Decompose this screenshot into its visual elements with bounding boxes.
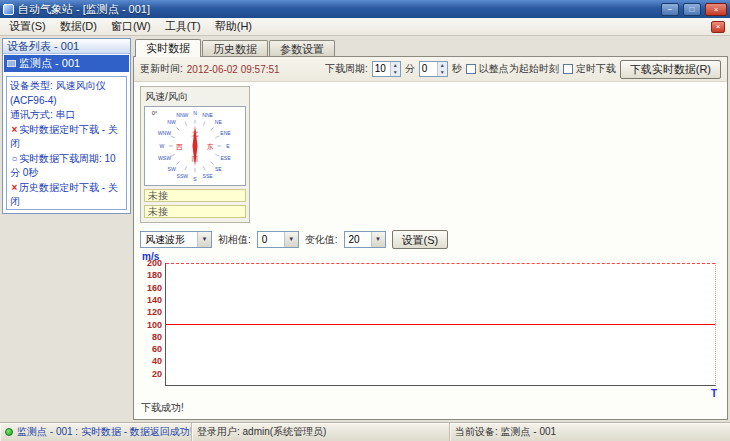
chevron-down-icon[interactable]: ▼	[197, 232, 211, 247]
y-tick-label: 80	[152, 332, 162, 342]
seconds-unit-label: 秒	[452, 62, 462, 76]
menu-bar: 设置(S) 数据(D) 窗口(W) 工具(T) 帮助(H) ×	[0, 18, 730, 36]
device-info-box: 设备类型: 风速风向仪 (ACF96-4) 通讯方式: 串口 ×实时数据定时下载…	[6, 76, 127, 210]
device-list-panel: 设备列表 - 001 监测点 - 001 设备类型: 风速风向仪 (ACF96-…	[2, 38, 131, 214]
compass-direction-label: NE	[215, 119, 223, 125]
compass-center-dot	[194, 145, 197, 148]
compass-tick	[171, 154, 175, 156]
y-tick-label: 180	[147, 270, 162, 280]
spin-up-icon[interactable]: ▲	[438, 62, 447, 69]
update-time-value: 2012-06-02 09:57:51	[187, 64, 280, 75]
wind-compass: NNNENEENEEESESESSESSSWSWWSWWWNWNWNNW北南东西…	[144, 106, 246, 186]
set-button[interactable]: 设置(S)	[392, 230, 449, 249]
close-icon[interactable]: ×	[705, 3, 727, 16]
y-tick-label: 100	[147, 320, 162, 330]
status-bar: 监测点 - 001 : 实时数据 - 数据返回成功! 登录用户: admin(系…	[0, 422, 730, 441]
y-tick-label: 60	[152, 344, 162, 354]
menu-item-data[interactable]: 数据(D)	[53, 18, 104, 35]
chevron-down-icon[interactable]: ▼	[284, 232, 298, 247]
menu-item-settings[interactable]: 设置(S)	[2, 18, 53, 35]
compass-direction-label: SSW	[177, 173, 189, 179]
minutes-stepper[interactable]: 10 ▲ ▼	[372, 61, 401, 77]
comm-mode-line: 通讯方式: 串口	[10, 108, 123, 123]
chart-y-axis: m/s 20406080100120140160180200	[140, 263, 165, 386]
period-mark-icon: ○	[10, 152, 19, 167]
compass-tick	[176, 127, 179, 130]
minutes-value: 10	[373, 62, 390, 76]
mdi-close-icon[interactable]: ×	[711, 21, 725, 33]
download-period-label: 下载周期:	[325, 62, 368, 76]
compass-direction-label: E	[226, 143, 230, 149]
tab-strip: 实时数据 历史数据 参数设置	[133, 38, 728, 56]
compass-direction-label: N	[193, 110, 197, 116]
phase-label: 初相值:	[218, 233, 251, 247]
compass-tick	[215, 136, 219, 138]
phase-select[interactable]: 0 ▼	[257, 231, 299, 248]
wave-type-select[interactable]: 风速波形 ▼	[140, 231, 212, 248]
device-list-title: 设备列表 - 001	[3, 39, 130, 54]
window-title: 自动气象站 - [监测点 - 001]	[18, 2, 657, 17]
reference-line	[166, 263, 715, 264]
realtime-timer-line: ×实时数据定时下载 - 关闭	[10, 123, 123, 152]
wind-compass-svg: NNNENEENEEESESESSESSSWSWWSWWWNWNWNNW北南东西…	[145, 107, 245, 185]
y-tick-label: 120	[147, 307, 162, 317]
compass-degree-readout: 0°	[152, 110, 158, 116]
compass-tick	[211, 162, 214, 165]
menu-item-tools[interactable]: 工具(T)	[158, 18, 208, 35]
compass-direction-label: WNW	[158, 130, 171, 136]
seconds-value: 0	[420, 62, 437, 76]
reference-line	[166, 324, 715, 325]
spin-down-icon[interactable]: ▼	[391, 69, 400, 76]
seconds-stepper-buttons: ▲ ▼	[437, 62, 447, 76]
timed-download-checkbox-row[interactable]: 定时下载	[563, 62, 616, 76]
y-tick-label: 200	[147, 258, 162, 268]
sidebar: 设备列表 - 001 监测点 - 001 设备类型: 风速风向仪 (ACF96-…	[2, 38, 131, 420]
compass-direction-label: SW	[168, 166, 176, 172]
chevron-down-icon[interactable]: ▼	[371, 232, 385, 247]
tab-body: 风速/风向 NNNENEENEEESESESSESSSWSWWSWWWNWNWN…	[134, 82, 727, 419]
period-mark-icon: ○	[10, 210, 19, 211]
y-tick-label: 40	[152, 356, 162, 366]
align-start-checkbox-row[interactable]: 以整点为起始时刻	[466, 62, 559, 76]
compass-direction-label: SSE	[203, 173, 214, 179]
status-device-panel: 监测点 - 001 : 实时数据 - 数据返回成功!	[0, 423, 192, 441]
main-area: 实时数据 历史数据 参数设置 更新时间: 2012-06-02 09:57:51…	[133, 38, 728, 420]
phase-value: 0	[258, 232, 284, 247]
update-time-label: 更新时间:	[140, 62, 183, 76]
seconds-stepper[interactable]: 0 ▲ ▼	[419, 61, 448, 77]
compass-direction-label: NNE	[202, 112, 213, 118]
wave-controls-row: 风速波形 ▼ 初相值: 0 ▼ 变化值: 20 ▼ 设置(S)	[140, 230, 721, 249]
tab-realtime-data[interactable]: 实时数据	[135, 39, 201, 57]
y-tick-label: 160	[147, 283, 162, 293]
history-period-line: ○历史数据下载周期: 30分 0秒	[10, 210, 123, 211]
delta-value: 20	[345, 232, 371, 247]
download-realtime-button[interactable]: 下载实时数据(R)	[620, 60, 721, 79]
x-axis-label: T	[711, 388, 717, 399]
timed-download-checkbox[interactable]	[563, 64, 573, 74]
compass-tick	[176, 162, 179, 165]
y-tick-label: 140	[147, 295, 162, 305]
device-list-item[interactable]: 监测点 - 001	[4, 55, 129, 72]
compass-tick	[185, 122, 187, 126]
wind-direction-field: 未接	[144, 205, 246, 218]
menu-item-help[interactable]: 帮助(H)	[208, 18, 259, 35]
tab-history-data[interactable]: 历史数据	[202, 40, 268, 56]
status-login-panel: 登录用户: admin(系统管理员)	[192, 423, 450, 441]
compass-tick	[211, 127, 214, 130]
menu-item-window[interactable]: 窗口(W)	[104, 18, 158, 35]
spin-down-icon[interactable]: ▼	[438, 69, 447, 76]
delta-label: 变化值:	[305, 233, 338, 247]
wind-speed-chart: m/s 20406080100120140160180200 T	[140, 263, 721, 386]
spin-up-icon[interactable]: ▲	[391, 62, 400, 69]
maximize-icon[interactable]: □	[683, 3, 701, 16]
device-icon	[7, 60, 16, 67]
align-start-checkbox[interactable]	[466, 64, 476, 74]
delta-select[interactable]: 20 ▼	[344, 231, 386, 248]
status-device-text: 监测点 - 001 : 实时数据 - 数据返回成功!	[17, 425, 192, 439]
minutes-stepper-buttons: ▲ ▼	[390, 62, 400, 76]
minimize-icon[interactable]: −	[661, 3, 679, 16]
closed-mark-icon: ×	[10, 123, 19, 138]
status-current-device-panel: 当前设备: 监测点 - 001	[450, 423, 730, 441]
chart-plot: T	[165, 263, 716, 386]
tab-parameter-settings[interactable]: 参数设置	[269, 40, 335, 56]
